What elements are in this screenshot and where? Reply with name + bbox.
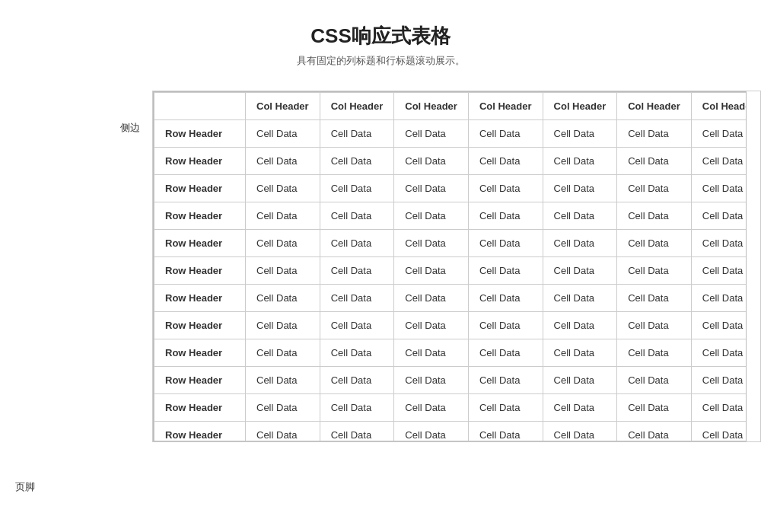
footer: 页脚 bbox=[0, 473, 761, 509]
cell-2-3: Cell Data bbox=[468, 175, 543, 202]
table-row: Row HeaderCell DataCell DataCell DataCel… bbox=[154, 422, 747, 442]
row-header-11: Row Header bbox=[154, 422, 246, 442]
sidebar: 侧边 bbox=[0, 91, 152, 442]
cell-9-1: Cell Data bbox=[320, 367, 394, 394]
cell-10-2: Cell Data bbox=[394, 394, 469, 422]
table-row: Row HeaderCell DataCell DataCell DataCel… bbox=[154, 285, 747, 312]
row-header-6: Row Header bbox=[154, 285, 246, 312]
cell-8-2: Cell Data bbox=[394, 339, 469, 367]
cell-3-5: Cell Data bbox=[617, 202, 692, 230]
cell-1-0: Cell Data bbox=[246, 148, 320, 175]
table-row: Row HeaderCell DataCell DataCell DataCel… bbox=[154, 312, 747, 339]
cell-5-6: Cell Data bbox=[691, 257, 747, 285]
cell-6-0: Cell Data bbox=[246, 285, 320, 312]
cell-8-6: Cell Data bbox=[691, 339, 747, 367]
cell-2-6: Cell Data bbox=[691, 175, 747, 202]
page-title-area: CSS响应式表格 具有固定的列标题和行标题滚动展示。 bbox=[0, 0, 761, 75]
cell-11-2: Cell Data bbox=[394, 422, 469, 442]
col-header-3: Col Header bbox=[468, 93, 543, 120]
cell-4-5: Cell Data bbox=[617, 230, 692, 257]
cell-9-3: Cell Data bbox=[468, 367, 543, 394]
cell-10-6: Cell Data bbox=[691, 394, 747, 422]
cell-3-0: Cell Data bbox=[246, 202, 320, 230]
cell-3-3: Cell Data bbox=[468, 202, 543, 230]
cell-1-1: Cell Data bbox=[320, 148, 394, 175]
cell-5-3: Cell Data bbox=[468, 257, 543, 285]
col-header-6: Col Header bbox=[691, 93, 747, 120]
cell-6-2: Cell Data bbox=[394, 285, 469, 312]
row-header-8: Row Header bbox=[154, 339, 246, 367]
table-row: Row HeaderCell DataCell DataCell DataCel… bbox=[154, 367, 747, 394]
cell-0-6: Cell Data bbox=[691, 120, 747, 148]
col-header-4: Col Header bbox=[543, 93, 617, 120]
cell-11-5: Cell Data bbox=[617, 422, 692, 442]
cell-9-2: Cell Data bbox=[394, 367, 469, 394]
cell-9-4: Cell Data bbox=[543, 367, 617, 394]
cell-4-6: Cell Data bbox=[691, 230, 747, 257]
cell-7-4: Cell Data bbox=[543, 312, 617, 339]
page-title: CSS响应式表格 bbox=[15, 23, 746, 49]
main-table: Col HeaderCol HeaderCol HeaderCol Header… bbox=[154, 92, 747, 441]
cell-3-2: Cell Data bbox=[394, 202, 469, 230]
table-row: Row HeaderCell DataCell DataCell DataCel… bbox=[154, 339, 747, 367]
cell-4-0: Cell Data bbox=[246, 230, 320, 257]
row-header-7: Row Header bbox=[154, 312, 246, 339]
cell-0-1: Cell Data bbox=[320, 120, 394, 148]
cell-5-2: Cell Data bbox=[394, 257, 469, 285]
cell-9-6: Cell Data bbox=[691, 367, 747, 394]
cell-2-5: Cell Data bbox=[617, 175, 692, 202]
cell-7-2: Cell Data bbox=[394, 312, 469, 339]
cell-5-0: Cell Data bbox=[246, 257, 320, 285]
cell-9-5: Cell Data bbox=[617, 367, 692, 394]
cell-0-5: Cell Data bbox=[617, 120, 692, 148]
table-row: Row HeaderCell DataCell DataCell DataCel… bbox=[154, 148, 747, 175]
cell-8-1: Cell Data bbox=[320, 339, 394, 367]
cell-1-4: Cell Data bbox=[543, 148, 617, 175]
cell-10-3: Cell Data bbox=[468, 394, 543, 422]
cell-1-6: Cell Data bbox=[691, 148, 747, 175]
cell-2-1: Cell Data bbox=[320, 175, 394, 202]
table-scroll-container[interactable]: Col HeaderCol HeaderCol HeaderCol Header… bbox=[153, 91, 747, 441]
table-row: Row HeaderCell DataCell DataCell DataCel… bbox=[154, 257, 747, 285]
cell-4-3: Cell Data bbox=[468, 230, 543, 257]
col-header-5: Col Header bbox=[617, 93, 692, 120]
col-header-row: Col HeaderCol HeaderCol HeaderCol Header… bbox=[154, 93, 747, 120]
table-row: Row HeaderCell DataCell DataCell DataCel… bbox=[154, 394, 747, 422]
cell-10-4: Cell Data bbox=[543, 394, 617, 422]
cell-11-3: Cell Data bbox=[468, 422, 543, 442]
table-row: Row HeaderCell DataCell DataCell DataCel… bbox=[154, 175, 747, 202]
cell-7-6: Cell Data bbox=[691, 312, 747, 339]
cell-7-1: Cell Data bbox=[320, 312, 394, 339]
table-row: Row HeaderCell DataCell DataCell DataCel… bbox=[154, 230, 747, 257]
row-header-10: Row Header bbox=[154, 394, 246, 422]
row-header-4: Row Header bbox=[154, 230, 246, 257]
cell-4-1: Cell Data bbox=[320, 230, 394, 257]
col-header-1: Col Header bbox=[320, 93, 394, 120]
cell-3-4: Cell Data bbox=[543, 202, 617, 230]
cell-7-5: Cell Data bbox=[617, 312, 692, 339]
cell-0-2: Cell Data bbox=[394, 120, 469, 148]
row-header-3: Row Header bbox=[154, 202, 246, 230]
cell-11-0: Cell Data bbox=[246, 422, 320, 442]
cell-6-1: Cell Data bbox=[320, 285, 394, 312]
corner-cell bbox=[154, 93, 246, 120]
cell-9-0: Cell Data bbox=[246, 367, 320, 394]
cell-3-1: Cell Data bbox=[320, 202, 394, 230]
col-header-0: Col Header bbox=[246, 93, 320, 120]
table-scroll-outer: Col HeaderCol HeaderCol HeaderCol Header… bbox=[152, 91, 761, 442]
cell-3-6: Cell Data bbox=[691, 202, 747, 230]
cell-8-0: Cell Data bbox=[246, 339, 320, 367]
cell-5-5: Cell Data bbox=[617, 257, 692, 285]
cell-11-4: Cell Data bbox=[543, 422, 617, 442]
row-header-9: Row Header bbox=[154, 367, 246, 394]
row-header-5: Row Header bbox=[154, 257, 246, 285]
cell-7-3: Cell Data bbox=[468, 312, 543, 339]
cell-1-2: Cell Data bbox=[394, 148, 469, 175]
cell-5-4: Cell Data bbox=[543, 257, 617, 285]
cell-2-2: Cell Data bbox=[394, 175, 469, 202]
table-body: Row HeaderCell DataCell DataCell DataCel… bbox=[154, 120, 747, 442]
cell-6-5: Cell Data bbox=[617, 285, 692, 312]
cell-7-0: Cell Data bbox=[246, 312, 320, 339]
cell-1-3: Cell Data bbox=[468, 148, 543, 175]
cell-8-4: Cell Data bbox=[543, 339, 617, 367]
